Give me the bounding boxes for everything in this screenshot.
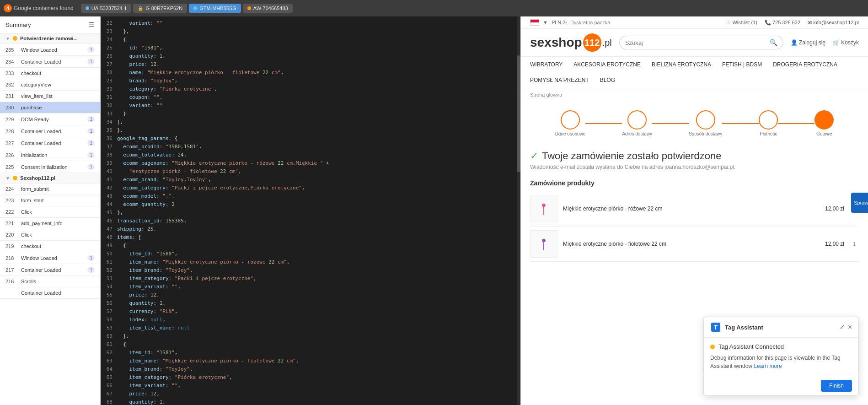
code-line: 45}, — [101, 210, 520, 218]
line-content: index: null, — [117, 317, 166, 325]
nav-fetish[interactable]: FETISH | BDSM — [722, 57, 762, 72]
line-content: name: "Miękkie erotyczne piórko - fiolet… — [117, 70, 284, 78]
list-item[interactable]: 222 Click — [0, 206, 100, 218]
nav-akcesoria[interactable]: AKCESORIA EROTYCZNE — [573, 57, 641, 72]
step-label-4: Płatność — [760, 131, 777, 136]
code-line: 39 ecomm_pagename: "Miękkie erotyczne pi… — [101, 160, 520, 168]
ta-close-button[interactable]: × — [848, 323, 852, 331]
summary-icon[interactable]: ☰ — [89, 21, 95, 28]
item-label: add_payment_info — [21, 221, 95, 226]
section-header-sexshop[interactable]: ▼ Sexshop112.pl — [0, 173, 100, 184]
site-logo[interactable]: sexshop 112 .pl — [530, 33, 612, 52]
item-label: purchase — [21, 105, 95, 110]
list-item[interactable]: 226 Initialization 1 — [0, 149, 100, 161]
list-item[interactable]: 227 Container Loaded 1 — [0, 137, 100, 149]
code-line: 61 { — [101, 341, 520, 350]
code-line: 25 id: "1581", — [101, 45, 520, 53]
list-item[interactable]: 223 form_start — [0, 195, 100, 206]
header-actions: 👤 Zaloguj się 🛒 Koszyk — [791, 39, 859, 46]
nav-drogeria[interactable]: DROGERIA EROTYCZNA — [773, 57, 837, 72]
list-item[interactable]: 228 Container Loaded 1 — [0, 125, 100, 137]
line-number: 48 — [101, 234, 117, 243]
line-content: quantity: 1, — [117, 300, 166, 308]
list-item[interactable]: 233 checkout — [0, 68, 100, 79]
code-line: 68 quantity: 1, — [101, 399, 520, 405]
code-view[interactable]: 22 variant: ""23 },24 {25 id: "1581",26 … — [101, 16, 520, 405]
ta-status: Tag Assistant Connected — [710, 343, 852, 350]
nav-pomysl[interactable]: POMYSŁ NA PREZENT — [530, 72, 589, 88]
nav-wibratory[interactable]: WIBRATORY — [530, 57, 563, 72]
list-item[interactable]: 229 DOM Ready 1 — [0, 113, 100, 125]
item-label: Window Loaded — [21, 255, 85, 261]
line-content: brand: "ToyJoy", — [117, 78, 177, 86]
line-number: 40 — [101, 168, 117, 177]
code-line: 32 variant: "" — [101, 103, 520, 111]
nav-blog[interactable]: BLOG — [600, 72, 615, 88]
section-header-potwierdzenie[interactable]: ▼ Potwierdzenie zamowi... — [0, 33, 100, 44]
tab-aw-label: AW-704665483 — [253, 5, 288, 11]
tab-gtm[interactable]: GTM-MHB55SG — [189, 4, 241, 13]
ta-finish-button[interactable]: Finish — [821, 380, 852, 392]
list-item[interactable]: 225 Consent Initialization 1 — [0, 161, 100, 173]
ta-description: Debug information for this page is viewa… — [710, 354, 852, 370]
nav-bielizna[interactable]: BIELIZNA EROTYCZNA — [652, 57, 711, 72]
code-line: 29 brand: "ToyJoy", — [101, 78, 520, 86]
product-row-1: Miękkie erotyczne piórko - różowe 22 cm … — [530, 191, 859, 227]
order-confirm: ✓ Twoje zamówienie zostało potwierdzone … — [521, 146, 868, 175]
feedback-button[interactable]: Sprawdź Opinie — [851, 193, 868, 213]
item-num: 233 — [5, 70, 18, 76]
product-name-2: Miękkie erotyczne piórko - fioletowe 22 … — [563, 241, 811, 247]
item-badge: 1 — [87, 152, 95, 158]
line-number: 47 — [101, 226, 117, 234]
list-item[interactable]: 219 checkout — [0, 241, 100, 252]
login-link[interactable]: 👤 Zaloguj się — [791, 39, 825, 46]
list-item[interactable]: 231 view_item_list — [0, 91, 100, 102]
product-row-2: Miękkie erotyczne piórko - fioletowe 22 … — [530, 227, 859, 262]
line-content: { — [117, 37, 126, 45]
line-content: item_name: "Miękkie erotyczne piórko - f… — [117, 358, 299, 366]
item-label: categoryView — [21, 82, 95, 87]
list-item[interactable]: 224 form_submit — [0, 184, 100, 195]
tab-g[interactable]: 🔒 G-80R7EKP62N — [133, 4, 187, 13]
item-label: DOM Ready — [21, 117, 85, 122]
line-content: item_brand: "ToyJoy", — [117, 366, 193, 374]
event-list: ▼ Potwierdzenie zamowi... 235 Window Loa… — [0, 33, 100, 405]
item-label: Initialization — [21, 152, 85, 158]
list-item[interactable]: 235 Window Loaded 1 — [0, 44, 100, 56]
list-item[interactable]: 217 Container Loaded 1 — [0, 264, 100, 276]
step-line-1 — [585, 123, 622, 124]
search-input[interactable] — [625, 39, 766, 46]
currency-indicator: ▼ — [543, 20, 548, 25]
list-item[interactable]: 232 categoryView — [0, 79, 100, 91]
list-item-purchase[interactable]: 230 purchase — [0, 102, 100, 113]
discrete-label[interactable]: Dyskretna paczka — [570, 20, 610, 25]
tab-ua[interactable]: UA-53237524-1 — [81, 4, 132, 13]
list-item[interactable]: Container Loaded — [0, 287, 100, 299]
line-number: 25 — [101, 45, 117, 53]
list-item[interactable]: 221 add_payment_info — [0, 218, 100, 229]
list-item[interactable]: 216 Scrolls — [0, 276, 100, 287]
line-content: variant: "" — [117, 20, 162, 28]
product-price-2: 12,00 zł — [817, 241, 844, 247]
tab-aw[interactable]: AW-704665483 — [243, 4, 293, 13]
scrollbar-vertical[interactable] — [517, 16, 520, 405]
wishlist-link[interactable]: ♡ Wishlist (1) — [726, 20, 757, 26]
code-line: 59 item_list_name: null — [101, 325, 520, 333]
list-item[interactable]: 220 Click — [0, 229, 100, 241]
left-header: Summary ☰ — [0, 16, 100, 33]
item-badge: 1 — [87, 255, 95, 261]
cart-link[interactable]: 🛒 Koszyk — [833, 39, 859, 46]
item-num: 218 — [5, 255, 18, 261]
ta-learn-more-link[interactable]: Learn more — [754, 363, 782, 369]
topbar-left: ▼ PLN 2ł Dyskretna paczka — [530, 19, 610, 26]
search-icon[interactable]: 🔍 — [770, 39, 777, 46]
item-num: 225 — [5, 164, 18, 170]
search-box[interactable]: 🔍 — [619, 36, 783, 49]
list-item[interactable]: 218 Window Loaded 1 — [0, 252, 100, 264]
list-item[interactable]: 234 Container Loaded 1 — [0, 56, 100, 68]
top-bar-title: Google containers found — [14, 5, 74, 11]
step-circle-1 — [561, 110, 580, 130]
item-badge: 1 — [87, 267, 95, 273]
ta-expand-icon[interactable]: ⤢ — [840, 323, 845, 331]
ta-status-text: Tag Assistant Connected — [718, 343, 784, 350]
